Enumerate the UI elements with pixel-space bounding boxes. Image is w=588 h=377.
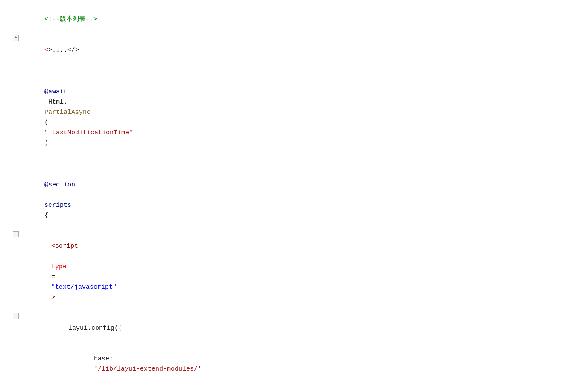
code-text — [51, 253, 55, 260]
tag-open: <script — [51, 243, 78, 250]
collapsed-content: >....</> — [48, 46, 79, 54]
line-content-5 — [20, 159, 588, 169]
fold-button-8[interactable]: - — [13, 313, 19, 319]
razor-section: @section — [44, 181, 75, 188]
string-value: '/lib/layui-extend-modules/' — [94, 365, 202, 373]
razor-keyword: @await — [44, 88, 67, 96]
tag-close: > — [51, 294, 55, 301]
line-content-4: @await Html. PartialAsync ( "_LastModifi… — [20, 77, 588, 159]
code-line-5 — [0, 159, 588, 170]
code-text: ( — [44, 119, 48, 126]
line-content-8: layui.config({ — [20, 313, 588, 344]
code-text: = — [51, 273, 55, 281]
line-content-2: <>....</> — [20, 35, 588, 66]
method-name: PartialAsync — [44, 109, 91, 116]
line-content-3 — [20, 66, 588, 76]
code-line-2: + <>....</> — [0, 35, 588, 66]
code-line-9: base: '/lib/layui-extend-modules/' //静态资… — [0, 344, 588, 377]
line-content-6: @section scripts { — [20, 170, 588, 231]
fold-button-7[interactable]: - — [13, 231, 19, 237]
code-text: base: — [94, 355, 117, 362]
code-text: { — [44, 212, 48, 219]
code-text: Html. — [44, 99, 67, 106]
code-line-7: - <script type = "text/javascript" > — [0, 231, 588, 313]
fold-button-2[interactable]: + — [13, 35, 19, 41]
line-content-1: <!--版本列表--> — [20, 4, 588, 35]
tag-open: < — [44, 46, 48, 54]
code-line-8: - layui.config({ — [0, 313, 588, 344]
attr-name: type — [51, 263, 67, 270]
code-text — [44, 191, 48, 199]
code-text: ) — [44, 139, 48, 147]
attr-value: "text/javascript" — [51, 284, 117, 291]
code-text: layui.config({ — [68, 325, 122, 332]
line-content-9: base: '/lib/layui-extend-modules/' //静态资… — [20, 344, 588, 377]
string-value: "_LastModificationTime" — [44, 129, 133, 136]
code-line-6: @section scripts { — [0, 170, 588, 231]
code-line-1: <!--版本列表--> — [0, 4, 588, 35]
code-line-3 — [0, 66, 588, 77]
section-name: scripts — [44, 202, 71, 209]
code-editor: <!--版本列表--> + <>....</> @await Html. Par… — [0, 4, 588, 377]
code-line-4: @await Html. PartialAsync ( "_LastModifi… — [0, 77, 588, 159]
line-content-7: <script type = "text/javascript" > — [20, 231, 588, 313]
comment-text: <!--版本列表--> — [44, 16, 97, 23]
